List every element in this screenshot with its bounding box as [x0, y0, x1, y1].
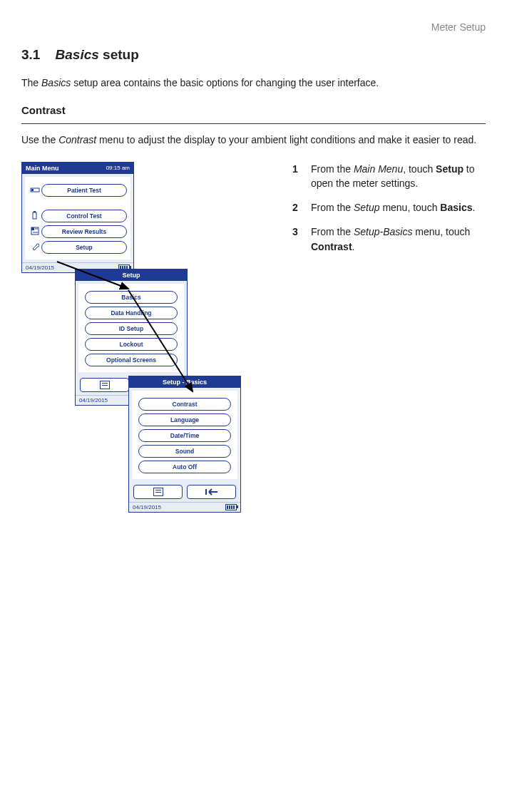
menu-setup[interactable]: Setup [41, 241, 127, 254]
time-text: 09:15 am [106, 165, 130, 171]
title-text: Main Menu [26, 165, 59, 172]
step-2: 2 From the Setup menu, touch Basics. [292, 200, 486, 215]
step-text: From the Setup menu, touch Basics. [311, 200, 475, 215]
wrench-icon [29, 242, 41, 252]
menu-sound[interactable]: Sound [138, 445, 231, 458]
step-3: 3 From the Setup-Basics menu, touch Cont… [292, 225, 486, 254]
contrast-heading: Contrast [21, 104, 486, 116]
contrast-description: Use the Contrast menu to adjust the disp… [21, 133, 486, 147]
svg-rect-1 [31, 189, 34, 191]
bottle-icon [29, 211, 41, 221]
home-button[interactable] [133, 485, 183, 499]
menu-patient-test[interactable]: Patient Test [41, 184, 127, 197]
menu-data-handling[interactable]: Data Handling [85, 307, 178, 319]
page-header-label: Meter Setup [21, 21, 486, 33]
titlebar: Setup - Basics [129, 376, 240, 388]
device-main-menu: Main Menu 09:15 am Patient Test Control … [21, 162, 134, 273]
checklist-icon [29, 227, 41, 237]
section-number: 3.1 [21, 47, 40, 62]
section-title-italic: Basics [56, 47, 99, 62]
section-title-rest: setup [99, 47, 139, 62]
step-number: 1 [292, 162, 301, 191]
list-icon [100, 381, 110, 389]
back-button[interactable] [187, 485, 236, 499]
menu-id-setup[interactable]: ID Setup [85, 322, 178, 335]
menu-language[interactable]: Language [138, 413, 231, 426]
step-number: 3 [292, 225, 301, 254]
footer-date: 04/19/2015 [133, 504, 161, 510]
svg-rect-2 [33, 212, 36, 219]
step-text: From the Main Menu, touch Setup to open … [311, 162, 486, 191]
back-arrow-icon [205, 488, 219, 496]
footer-date: 04/19/2015 [26, 264, 54, 271]
menu-auto-off[interactable]: Auto Off [138, 461, 231, 473]
menu-optional-screens[interactable]: Optional Screens [85, 354, 178, 366]
title-text: Setup - Basics [163, 379, 207, 386]
home-button[interactable] [80, 378, 129, 392]
menu-lockout[interactable]: Lockout [85, 338, 178, 351]
menu-basics[interactable]: Basics [85, 291, 178, 304]
intro-paragraph: The Basics setup area contains the basic… [21, 76, 486, 90]
menu-review-results[interactable]: Review Results [41, 225, 127, 238]
section-title: 3.1 Basics setup [21, 47, 486, 63]
device-illustration-stack: Main Menu 09:15 am Patient Test Control … [21, 162, 271, 590]
battery-icon [225, 504, 237, 510]
strip-icon [29, 186, 41, 195]
titlebar: Main Menu 09:15 am [22, 163, 133, 174]
svg-rect-5 [31, 227, 34, 230]
step-1: 1 From the Main Menu, touch Setup to ope… [292, 162, 486, 191]
divider [21, 123, 486, 124]
title-text: Setup [122, 272, 140, 279]
list-icon [153, 488, 163, 496]
device-setup-basics-menu: Setup - Basics Contrast Language Date/Ti… [128, 376, 241, 513]
svg-rect-3 [34, 211, 36, 212]
footer-date: 04/19/2015 [79, 397, 108, 404]
menu-date-time[interactable]: Date/Time [138, 429, 231, 442]
step-text: From the Setup-Basics menu, touch Contra… [311, 225, 486, 254]
menu-contrast[interactable]: Contrast [138, 398, 231, 411]
menu-control-test[interactable]: Control Test [41, 210, 127, 222]
titlebar: Setup [76, 269, 187, 281]
step-number: 2 [292, 200, 301, 215]
steps-list: 1 From the Main Menu, touch Setup to ope… [292, 162, 486, 264]
